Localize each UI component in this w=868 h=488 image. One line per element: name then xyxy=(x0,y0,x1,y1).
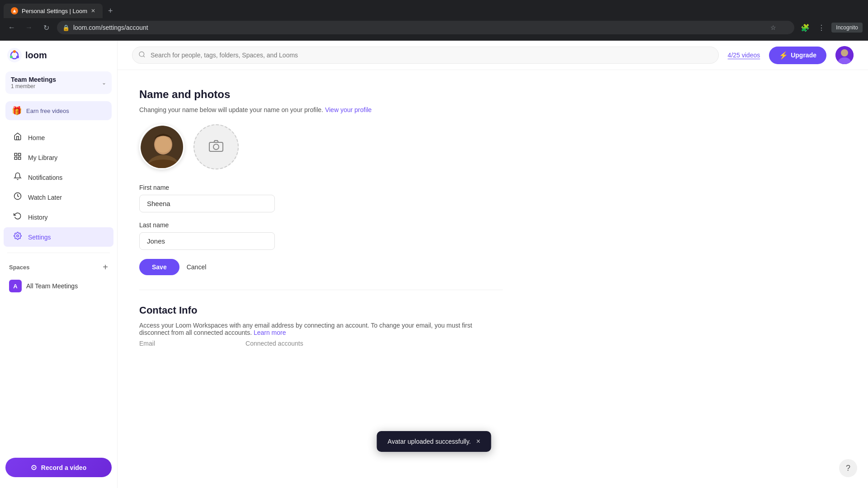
svg-point-11 xyxy=(17,235,19,237)
gift-icon: 🎁 xyxy=(12,106,22,116)
contact-desc: Access your Loom Workspaces with any ema… xyxy=(139,322,503,336)
toast-close-button[interactable]: × xyxy=(476,437,480,446)
last-name-label: Last name xyxy=(139,221,503,229)
toast-notification: Avatar uploaded successfully. × xyxy=(377,431,491,452)
toast-message: Avatar uploaded successfully. xyxy=(387,438,471,445)
svg-point-5 xyxy=(10,56,13,58)
svg-point-15 xyxy=(841,49,848,56)
settings-content: Name and photos Changing your name below… xyxy=(118,70,524,369)
spaces-header: Spaces + xyxy=(5,258,112,276)
add-space-button[interactable]: + xyxy=(103,262,108,272)
space-item-all-team-meetings[interactable]: A All Team Meetings xyxy=(5,276,112,296)
contact-desc-text: Access your Loom Workspaces with any ema… xyxy=(139,322,472,336)
learn-more-link[interactable]: Learn more xyxy=(254,329,286,336)
bookmark-button[interactable]: ⋮ xyxy=(815,21,828,34)
record-icon: ⊙ xyxy=(31,463,37,472)
profile-photo xyxy=(139,124,184,169)
url-input[interactable] xyxy=(73,24,778,31)
sidebar-item-notifications[interactable]: Notifications xyxy=(4,168,113,187)
contact-section: Contact Info Access your Loom Workspaces… xyxy=(139,305,503,347)
sidebar-item-my-library-label: My Library xyxy=(28,154,57,161)
record-btn-label: Record a video xyxy=(41,464,86,471)
main-nav: Home My Library Notifications Watch Late… xyxy=(0,127,117,247)
spaces-section: Spaces + A All Team Meetings xyxy=(0,258,117,296)
logo-area: loom xyxy=(0,48,117,71)
reload-button[interactable]: ↻ xyxy=(40,21,52,34)
section-desc-text: Changing your name below will update you… xyxy=(139,106,325,113)
history-icon xyxy=(13,212,23,222)
workspace-members: 1 member xyxy=(11,83,56,89)
photos-row xyxy=(139,124,503,169)
svg-point-20 xyxy=(155,136,171,153)
svg-point-1 xyxy=(7,48,22,62)
settings-icon xyxy=(13,232,23,242)
earn-free-videos-banner[interactable]: 🎁 Earn free videos xyxy=(5,101,112,120)
back-button[interactable]: ← xyxy=(5,21,18,34)
section-divider xyxy=(139,290,503,290)
library-icon xyxy=(13,152,23,163)
active-tab[interactable]: Personal Settings | Loom ✕ xyxy=(4,4,103,18)
top-bar: 4/25 videos ⚡ Upgrade xyxy=(118,41,868,70)
extensions-button[interactable]: 🧩 xyxy=(799,21,811,34)
sidebar-item-watch-later[interactable]: Watch Later xyxy=(4,188,113,207)
address-bar-row: ← → ↻ 🔒 ☆ 🧩 ⋮ Incognito xyxy=(0,18,868,37)
connected-accounts-col-header: Connected accounts xyxy=(245,340,303,347)
section-desc: Changing your name below will update you… xyxy=(139,106,503,113)
upgrade-label: Upgrade xyxy=(791,52,816,59)
search-container xyxy=(132,47,719,64)
star-icon[interactable]: ☆ xyxy=(770,24,776,31)
form-actions: Save Cancel xyxy=(139,259,503,275)
section-title: Name and photos xyxy=(139,88,503,101)
contact-title: Contact Info xyxy=(139,305,503,316)
search-icon xyxy=(138,51,146,60)
sidebar-item-history[interactable]: History xyxy=(4,207,113,227)
avatar-image xyxy=(835,46,854,64)
loom-logo-icon xyxy=(7,48,22,62)
app-layout: loom Team Meetings 1 member ⌄ 🎁 Earn fre… xyxy=(0,41,868,488)
browser-chrome: Personal Settings | Loom ✕ + ← → ↻ 🔒 ☆ 🧩… xyxy=(0,0,868,41)
search-input[interactable] xyxy=(132,47,719,64)
sidebar-footer: ⊙ Record a video xyxy=(0,450,117,481)
last-name-input[interactable] xyxy=(139,232,275,250)
user-avatar[interactable] xyxy=(835,46,854,64)
chevron-down-icon: ⌄ xyxy=(102,80,106,86)
sidebar-item-home[interactable]: Home xyxy=(4,128,113,147)
forward-button[interactable]: → xyxy=(23,21,35,34)
view-profile-link[interactable]: View your profile xyxy=(325,106,372,113)
contact-table-header: Email Connected accounts xyxy=(139,340,503,347)
upgrade-icon: ⚡ xyxy=(779,51,788,60)
save-button[interactable]: Save xyxy=(139,259,179,275)
workspace-info: Team Meetings 1 member xyxy=(11,76,56,89)
record-video-button[interactable]: ⊙ Record a video xyxy=(5,458,112,477)
svg-point-3 xyxy=(13,50,16,53)
workspace-selector[interactable]: Team Meetings 1 member ⌄ xyxy=(5,71,112,94)
svg-rect-9 xyxy=(14,157,17,160)
upgrade-button[interactable]: ⚡ Upgrade xyxy=(769,47,826,64)
svg-rect-8 xyxy=(19,157,21,160)
svg-point-23 xyxy=(213,144,219,150)
sidebar: loom Team Meetings 1 member ⌄ 🎁 Earn fre… xyxy=(0,41,118,488)
address-bar[interactable]: 🔒 ☆ xyxy=(57,21,794,34)
sidebar-item-settings[interactable]: Settings xyxy=(4,227,113,247)
upload-photo-button[interactable] xyxy=(193,124,239,169)
sidebar-item-history-label: History xyxy=(28,214,48,221)
browser-actions: 🧩 ⋮ Incognito xyxy=(799,21,863,34)
sidebar-item-watch-later-label: Watch Later xyxy=(28,194,62,201)
sidebar-item-my-library[interactable]: My Library xyxy=(4,148,113,167)
new-tab-button[interactable]: + xyxy=(104,5,117,18)
last-name-group: Last name xyxy=(139,221,503,250)
svg-rect-6 xyxy=(14,153,17,155)
help-icon: ? xyxy=(846,464,850,473)
earn-text: Earn free videos xyxy=(26,108,69,114)
spaces-title: Spaces xyxy=(9,264,30,271)
help-button[interactable]: ? xyxy=(839,459,857,477)
tab-close-button[interactable]: ✕ xyxy=(91,8,95,14)
cancel-button[interactable]: Cancel xyxy=(187,263,207,271)
space-name: All Team Meetings xyxy=(26,282,78,290)
svg-line-13 xyxy=(143,56,145,57)
first-name-label: First name xyxy=(139,184,503,191)
first-name-input[interactable] xyxy=(139,195,275,212)
tab-title: Personal Settings | Loom xyxy=(22,8,87,14)
incognito-badge: Incognito xyxy=(831,23,863,33)
workspace-name: Team Meetings xyxy=(11,76,56,83)
